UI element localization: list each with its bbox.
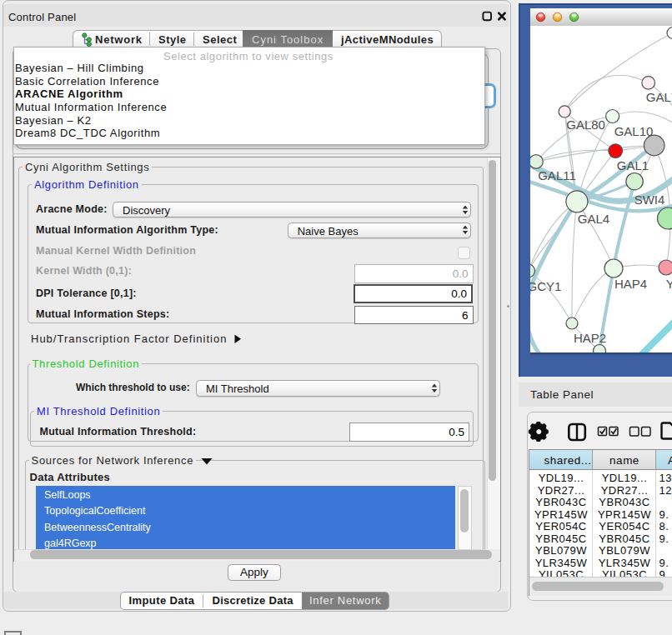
svg-text:GAL11: GAL11 — [538, 168, 576, 182]
svg-text:YM: YM — [666, 277, 672, 291]
svg-text:GAL7: GAL7 — [646, 90, 672, 104]
svg-text:GCY1: GCY1 — [530, 279, 561, 293]
svg-text:GAL4: GAL4 — [578, 212, 609, 226]
svg-text:HAP4: HAP4 — [614, 277, 647, 291]
svg-text:HAP2: HAP2 — [574, 331, 606, 345]
svg-text:GAL80: GAL80 — [566, 118, 605, 132]
svg-text:GAL10: GAL10 — [614, 124, 654, 138]
svg-text:SWI4: SWI4 — [634, 192, 665, 207]
svg-text:GAL1: GAL1 — [617, 158, 649, 172]
